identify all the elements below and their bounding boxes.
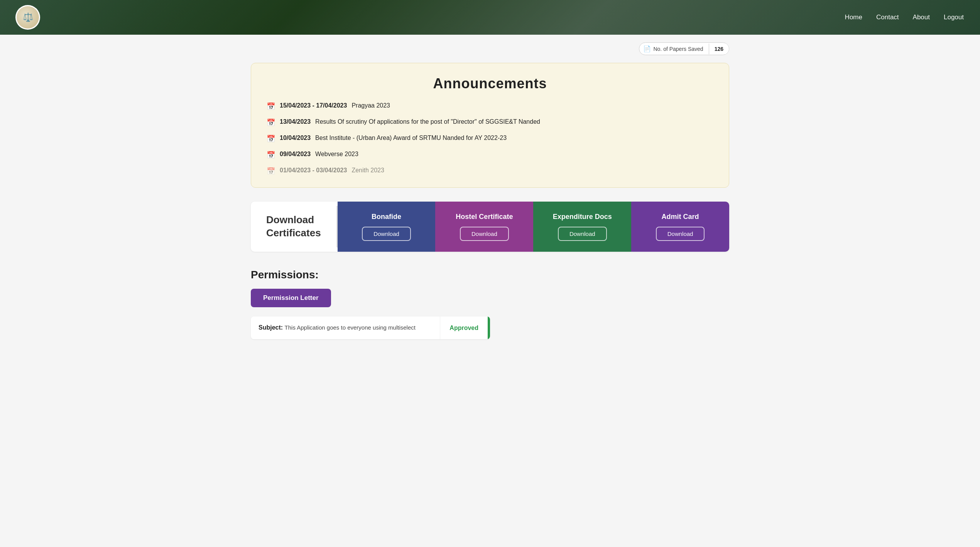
permission-subject-text: This Application goes to everyone using … — [285, 324, 416, 331]
download-certificates-section: DownloadCertificates Bonafide Download H… — [251, 202, 729, 252]
papers-saved-count: 126 — [709, 44, 729, 54]
bonafide-download-button[interactable]: Download — [362, 227, 411, 241]
announcement-text: Zenith 2023 — [351, 166, 384, 175]
main-nav: Home Contact About Logout — [844, 12, 965, 23]
list-item[interactable]: 📅 15/04/2023 - 17/04/2023 Pragyaa 2023 — [267, 101, 713, 112]
list-item[interactable]: 📅 09/04/2023 Webverse 2023 — [267, 150, 713, 160]
permission-item: Subject: This Application goes to everyo… — [251, 316, 490, 339]
announcement-text: Results Of scrutiny Of applications for … — [315, 117, 540, 126]
announcement-date: 15/04/2023 - 17/04/2023 — [280, 101, 347, 110]
announcement-date: 01/04/2023 - 03/04/2023 — [280, 166, 347, 175]
expenditure-card: Expenditure Docs Download — [533, 202, 631, 252]
permission-subject-label: Subject: — [259, 324, 283, 331]
hostel-card: Hostel Certificate Download — [435, 202, 533, 252]
nav-home[interactable]: Home — [844, 12, 863, 23]
list-item[interactable]: 📅 13/04/2023 Results Of scrutiny Of appl… — [267, 117, 713, 128]
papers-saved-text: No. of Papers Saved — [653, 46, 703, 52]
announcement-text: Webverse 2023 — [315, 150, 358, 159]
permissions-section: Permissions: Permission Letter Subject: … — [251, 269, 729, 339]
list-item[interactable]: 📅 01/04/2023 - 03/04/2023 Zenith 2023 — [267, 166, 713, 177]
permission-accent-bar — [488, 316, 490, 339]
expenditure-download-button[interactable]: Download — [558, 227, 607, 241]
logo-emblem: ⚖️ — [17, 6, 39, 29]
download-title: DownloadCertificates — [266, 214, 321, 239]
admit-title: Admit Card — [662, 212, 699, 221]
admit-download-button[interactable]: Download — [656, 227, 705, 241]
announcements-title: Announcements — [267, 76, 713, 92]
permissions-title: Permissions: — [251, 269, 729, 281]
calendar-icon: 📅 — [267, 101, 275, 112]
hostel-title: Hostel Certificate — [456, 212, 513, 221]
announcement-date: 10/04/2023 — [280, 133, 311, 143]
nav-about[interactable]: About — [912, 12, 931, 23]
expenditure-title: Expenditure Docs — [553, 212, 612, 221]
list-item[interactable]: 📅 10/04/2023 Best Institute - (Urban Are… — [267, 133, 713, 144]
papers-saved-bar: 📄 No. of Papers Saved 126 — [251, 42, 729, 55]
certificate-cards: Bonafide Download Hostel Certificate Dow… — [338, 202, 729, 252]
announcement-date: 09/04/2023 — [280, 150, 311, 159]
calendar-icon: 📅 — [267, 166, 275, 177]
nav-logout[interactable]: Logout — [943, 12, 965, 23]
papers-saved-badge: 📄 No. of Papers Saved 126 — [639, 42, 729, 55]
hostel-download-button[interactable]: Download — [460, 227, 509, 241]
logo-area: ⚖️ — [15, 5, 40, 30]
main-content: 📄 No. of Papers Saved 126 Announcements … — [235, 35, 745, 375]
announcement-text: Best Institute - (Urban Area) Award of S… — [315, 133, 507, 143]
calendar-icon: 📅 — [267, 150, 275, 160]
bonafide-card: Bonafide Download — [338, 202, 436, 252]
nav-contact[interactable]: Contact — [875, 12, 900, 23]
announcement-date: 13/04/2023 — [280, 117, 311, 126]
college-logo: ⚖️ — [15, 5, 40, 30]
permission-status-approved: Approved — [440, 316, 488, 339]
document-icon: 📄 — [643, 45, 651, 52]
announcements-card: Announcements 📅 15/04/2023 - 17/04/2023 … — [251, 63, 729, 188]
calendar-icon: 📅 — [267, 118, 275, 128]
download-section-label: DownloadCertificates — [251, 206, 338, 247]
bonafide-title: Bonafide — [372, 212, 401, 221]
permission-letter-button[interactable]: Permission Letter — [251, 289, 331, 307]
calendar-icon: 📅 — [267, 134, 275, 144]
admit-card: Admit Card Download — [631, 202, 729, 252]
announcement-text: Pragyaa 2023 — [351, 101, 390, 110]
hero-header: ⚖️ Home Contact About Logout — [0, 0, 980, 35]
papers-saved-label: 📄 No. of Papers Saved — [639, 43, 708, 55]
permission-item-body: Subject: This Application goes to everyo… — [251, 316, 440, 339]
